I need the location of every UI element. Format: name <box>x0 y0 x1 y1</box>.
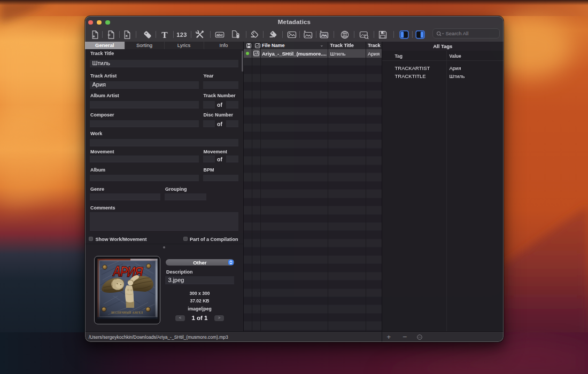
svg-text:123: 123 <box>177 32 187 38</box>
svg-text:abc: abc <box>216 33 223 36</box>
svg-text:T: T <box>161 30 168 40</box>
